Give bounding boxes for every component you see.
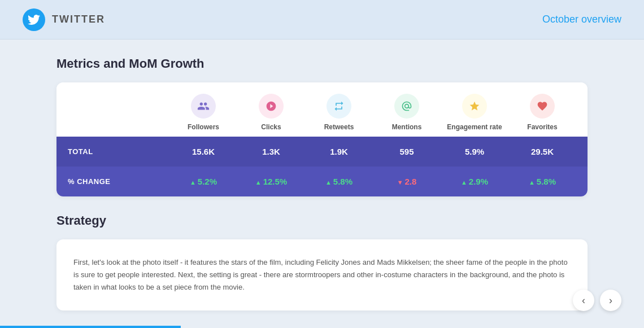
up-arrow-icon [325,177,332,186]
change-followers: 5.2% [169,177,237,186]
strategy-section: Strategy First, let's look at the photo … [56,213,588,310]
twitter-logo-icon [23,8,45,31]
engagement-icon [462,94,487,119]
favorites-icon [530,94,555,119]
followers-icon [191,94,216,119]
metrics-header: Followers Clicks Retweets [56,82,588,137]
change-mentions: 2.8 [373,177,441,186]
prev-button[interactable]: ‹ [573,290,594,311]
total-mentions: 595 [373,147,441,156]
total-followers: 15.6K [169,147,237,156]
total-engagement: 5.9% [441,147,508,156]
up-arrow-icon [190,177,196,186]
total-label: TOTAL [68,147,169,156]
change-row: % Change 5.2% 12.5% 5.8% 2.8 2.9% 5.8% [56,167,588,196]
mentions-icon [394,94,419,119]
followers-label: Followers [188,123,219,131]
col-mentions: Mentions [373,94,441,131]
strategy-text: First, let's look at the photo itself - … [73,256,571,294]
col-favorites: Favorites [508,94,576,131]
strategy-card: First, let's look at the photo itself - … [56,239,588,310]
retweets-icon [327,94,351,119]
up-arrow-icon [529,177,535,186]
clicks-icon [259,94,284,119]
next-button[interactable]: › [600,290,621,311]
metrics-section: Metrics and MoM Growth Followers Clicks [56,56,588,196]
metrics-card: Followers Clicks Retweets [56,82,588,196]
metrics-title: Metrics and MoM Growth [56,56,588,71]
october-overview-link[interactable]: October overview [542,14,621,25]
favorites-label: Favorites [527,123,557,131]
strategy-title: Strategy [56,213,588,228]
change-label: % Change [68,177,169,186]
col-engagement: Engagement rate [441,94,508,131]
logo-area: TWITTER [23,8,105,31]
mentions-label: Mentions [392,123,422,131]
change-retweets: 5.8% [305,177,373,186]
col-clicks: Clicks [237,94,305,131]
twitter-wordmark: TWITTER [52,14,105,25]
change-clicks: 12.5% [237,177,305,186]
col-followers: Followers [169,94,237,131]
progress-bar [0,326,181,328]
change-favorites: 5.8% [508,177,576,186]
total-retweets: 1.9K [305,147,373,156]
total-favorites: 29.5K [508,147,576,156]
up-arrow-icon [461,177,467,186]
total-clicks: 1.3K [237,147,305,156]
header: TWITTER October overview [0,0,644,40]
change-engagement: 2.9% [441,177,508,186]
main-content: Metrics and MoM Growth Followers Clicks [0,40,644,327]
retweets-label: Retweets [324,123,354,131]
bird-icon [28,14,40,26]
col-retweets: Retweets [305,94,373,131]
nav-arrows: ‹ › [573,290,621,311]
total-row: TOTAL 15.6K 1.3K 1.9K 595 5.9% 29.5K [56,137,588,167]
clicks-label: Clicks [261,123,281,131]
down-arrow-icon [397,177,403,186]
up-arrow-icon [255,177,262,186]
engagement-label: Engagement rate [447,123,502,131]
